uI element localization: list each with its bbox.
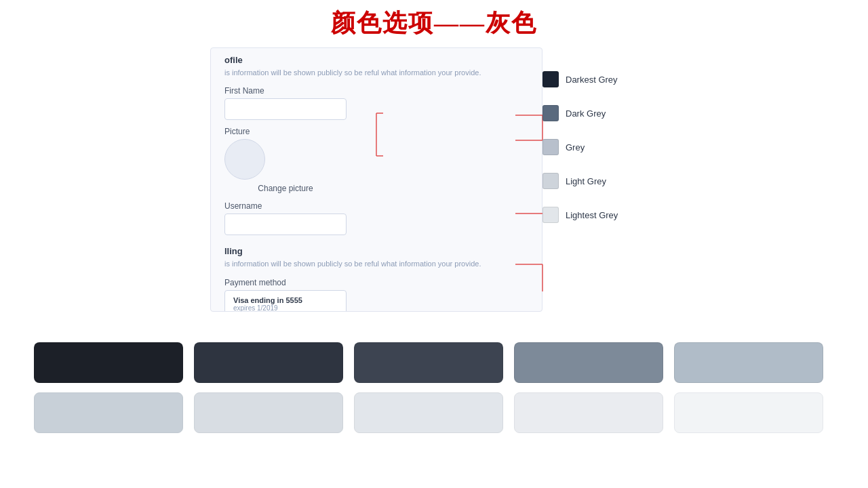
grey-text: Grey — [566, 142, 585, 152]
swatch-lightest[interactable] — [674, 392, 823, 433]
username-input[interactable] — [224, 214, 347, 235]
swatch-dark2[interactable] — [354, 342, 503, 383]
picture-label: Picture — [224, 127, 347, 136]
lightest-grey-swatch — [542, 207, 559, 223]
lightest-grey-item: Lightest Grey — [542, 207, 618, 223]
billing-section-header: lling — [224, 246, 528, 256]
change-picture-button[interactable]: Change picture — [224, 182, 347, 195]
swatch-light1[interactable] — [674, 342, 823, 383]
darkest-grey-swatch — [542, 71, 559, 87]
profile-description: is information will be shown publicly so… — [224, 68, 528, 78]
light-grey-text: Light Grey — [566, 176, 606, 186]
swatch-light5[interactable] — [514, 392, 663, 433]
swatch-dark1[interactable] — [194, 342, 343, 383]
swatch-darkest[interactable] — [34, 342, 183, 383]
profile-section-header: ofile — [224, 55, 528, 65]
swatch-row-2 — [34, 392, 834, 433]
light-grey-item: Light Grey — [542, 173, 618, 189]
dark-grey-text: Dark Grey — [566, 108, 606, 119]
username-label: Username — [224, 201, 347, 211]
swatch-row-1 — [34, 342, 834, 383]
grey-item: Grey — [542, 139, 618, 155]
lightest-grey-text: Lightest Grey — [566, 210, 618, 220]
first-name-input[interactable] — [224, 98, 347, 120]
visa-text: Visa ending in 5555 — [233, 296, 338, 304]
swatch-light3[interactable] — [194, 392, 343, 433]
swatch-light2[interactable] — [34, 392, 183, 433]
billing-description: is information will be shown publicly so… — [224, 259, 528, 269]
darkest-grey-item: Darkest Grey — [542, 71, 618, 87]
picture-section: Change picture — [224, 139, 347, 195]
darkest-grey-text: Darkest Grey — [566, 75, 618, 85]
payment-box[interactable]: Visa ending in 5555 expires 1/2019 — [224, 290, 347, 312]
payment-method-label: Payment method — [224, 278, 528, 287]
expires-text: expires 1/2019 — [233, 304, 338, 312]
swatch-mid-grey[interactable] — [514, 342, 663, 383]
dark-grey-item: Dark Grey — [542, 105, 618, 121]
swatch-light4[interactable] — [354, 392, 503, 433]
first-name-label: First Name — [224, 86, 347, 96]
grey-swatch — [542, 139, 559, 155]
light-grey-swatch — [542, 173, 559, 189]
page-title: 颜色选项——灰色 — [0, 7, 868, 40]
color-labels-container: Darkest Grey Dark Grey Grey Light Grey L… — [542, 71, 618, 241]
ui-preview: ofile is information will be shown publi… — [210, 47, 542, 312]
dark-grey-swatch — [542, 105, 559, 121]
picture-placeholder — [224, 139, 265, 180]
swatches-container — [34, 342, 834, 443]
